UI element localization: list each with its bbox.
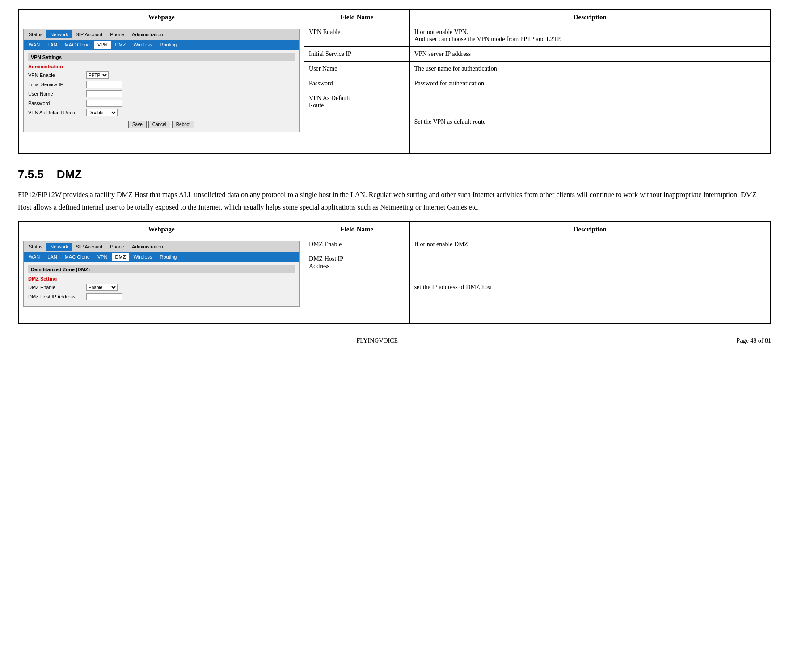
vpn-default-route-select[interactable]: Disable (86, 109, 118, 116)
vpn-initial-ip-input[interactable] (86, 81, 122, 88)
nav-phone[interactable]: Phone (106, 30, 128, 38)
footer: FLYINGVOICE Page 48 of 81 (18, 337, 771, 344)
table-row: Status Network SIP Account Phone Adminis… (18, 237, 771, 252)
dmz-submenu-routing[interactable]: Routing (156, 253, 181, 261)
mini-browser-vpn: Status Network SIP Account Phone Adminis… (23, 29, 300, 132)
vpn-default-route-description: Set the VPN as default route (409, 91, 771, 154)
dmz-table-header-description: Description (409, 222, 771, 237)
submenu-wan[interactable]: WAN (25, 41, 43, 49)
dmz-enable-description: If or not enable DMZ (409, 237, 771, 252)
dmz-host-ip-label: DMZ Host IP Address (28, 294, 86, 299)
vpn-initial-ip-fieldname: Initial Service IP (304, 47, 410, 62)
dmz-table-header-webpage: Webpage (18, 222, 304, 237)
vpn-webpage-cell: Status Network SIP Account Phone Adminis… (18, 25, 304, 154)
nav-administration[interactable]: Administration (128, 30, 167, 38)
vpn-form-buttons: Save Cancel Reboot (28, 121, 295, 128)
dmz-table-header-fieldname: Field Name (304, 222, 410, 237)
dmz-submenu-mac-clone[interactable]: MAC Clone (61, 253, 93, 261)
mini-submenu-dmz: WAN LAN MAC Clone VPN DMZ Wireless Routi… (24, 252, 299, 262)
vpn-form-row-user: User Name (28, 90, 295, 97)
dmz-nav-sip-account[interactable]: SIP Account (72, 243, 106, 251)
vpn-save-button[interactable]: Save (128, 121, 147, 128)
dmz-form-row-host-ip: DMZ Host IP Address (28, 293, 295, 300)
vpn-form-row-pass: Password (28, 100, 295, 107)
vpn-default-route-label: VPN As Default Route (28, 110, 86, 115)
dmz-submenu-vpn[interactable]: VPN (94, 253, 111, 261)
vpn-table-header-fieldname: Field Name (304, 9, 410, 25)
dmz-host-ip-description: set the IP address of DMZ host (409, 252, 771, 323)
vpn-username-label: User Name (28, 91, 86, 97)
dmz-nav-network[interactable]: Network (46, 243, 72, 251)
dmz-table: Webpage Field Name Description Status Ne… (18, 221, 771, 324)
submenu-routing[interactable]: Routing (156, 41, 181, 49)
mini-nav-vpn: Status Network SIP Account Phone Adminis… (24, 29, 299, 40)
vpn-form-row-ip: Initial Service IP (28, 81, 295, 88)
dmz-webpage-cell: Status Network SIP Account Phone Adminis… (18, 237, 304, 323)
vpn-table: Webpage Field Name Description Status Ne… (18, 9, 771, 154)
dmz-nav-status[interactable]: Status (25, 243, 46, 251)
vpn-table-header-description: Description (409, 9, 771, 25)
vpn-enable-select[interactable]: PPTP (86, 71, 109, 79)
dmz-host-ip-input[interactable] (86, 293, 122, 300)
dmz-section-label: DMZ Setting (28, 276, 295, 281)
nav-network[interactable]: Network (46, 30, 72, 38)
dmz-submenu-wireless[interactable]: Wireless (130, 253, 156, 261)
dmz-enable-label: DMZ Enable (28, 285, 86, 290)
vpn-password-label: Password (28, 101, 86, 106)
submenu-mac-clone[interactable]: MAC Clone (61, 41, 93, 49)
submenu-wireless[interactable]: Wireless (130, 41, 156, 49)
section-title: DMZ (57, 168, 82, 181)
footer-center: FLYINGVOICE (18, 337, 737, 344)
dmz-submenu-dmz[interactable]: DMZ (112, 253, 130, 261)
vpn-enable-label: VPN Enable (28, 72, 86, 78)
dmz-submenu-lan[interactable]: LAN (44, 253, 60, 261)
vpn-password-fieldname: Password (304, 76, 410, 91)
vpn-initial-ip-label: Initial Service IP (28, 82, 86, 87)
mini-content-dmz: Demilitarized Zone (DMZ) DMZ Setting DMZ… (24, 262, 299, 306)
mini-browser-dmz: Status Network SIP Account Phone Adminis… (23, 241, 300, 307)
section-paragraph-1: FIP12/FIP12W provides a facility DMZ Hos… (18, 189, 771, 214)
submenu-dmz[interactable]: DMZ (112, 41, 130, 49)
vpn-section-label: Administration (28, 64, 295, 69)
dmz-form-row-enable: DMZ Enable Enable (28, 284, 295, 291)
vpn-reboot-button[interactable]: Reboot (172, 121, 194, 128)
submenu-vpn[interactable]: VPN (94, 41, 111, 49)
dmz-enable-select[interactable]: Enable (86, 284, 118, 291)
table-row: Status Network SIP Account Phone Adminis… (18, 25, 771, 47)
dmz-page-title: Demilitarized Zone (DMZ) (28, 265, 295, 273)
vpn-default-route-fieldname: VPN As Default Route (304, 91, 410, 154)
vpn-page-title: VPN Settings (28, 53, 295, 61)
section-number: 7.5.5 (18, 168, 44, 181)
dmz-nav-administration[interactable]: Administration (128, 243, 167, 251)
nav-status[interactable]: Status (25, 30, 46, 38)
vpn-password-input[interactable] (86, 100, 122, 107)
vpn-username-input[interactable] (86, 90, 122, 97)
submenu-lan[interactable]: LAN (44, 41, 60, 49)
mini-submenu-vpn: WAN LAN MAC Clone VPN DMZ Wireless Routi… (24, 40, 299, 50)
vpn-enable-description: If or not enable VPN. And user can choos… (409, 25, 771, 47)
vpn-table-header-webpage: Webpage (18, 9, 304, 25)
vpn-cancel-button[interactable]: Cancel (148, 121, 170, 128)
footer-right: Page 48 of 81 (737, 337, 771, 344)
vpn-form-row-enable: VPN Enable PPTP (28, 71, 295, 79)
dmz-nav-phone[interactable]: Phone (106, 243, 128, 251)
dmz-enable-fieldname: DMZ Enable (304, 237, 410, 252)
vpn-username-description: The user name for authentication (409, 62, 771, 76)
vpn-password-description: Password for authentication (409, 76, 771, 91)
nav-sip-account[interactable]: SIP Account (72, 30, 106, 38)
vpn-username-fieldname: User Name (304, 62, 410, 76)
vpn-enable-fieldname: VPN Enable (304, 25, 410, 47)
mini-nav-dmz: Status Network SIP Account Phone Adminis… (24, 241, 299, 252)
mini-content-vpn: VPN Settings Administration VPN Enable P… (24, 50, 299, 132)
dmz-host-ip-fieldname: DMZ Host IP Address (304, 252, 410, 323)
section-heading: 7.5.5 DMZ (18, 168, 771, 181)
vpn-initial-ip-description: VPN server IP address (409, 47, 771, 62)
dmz-submenu-wan[interactable]: WAN (25, 253, 43, 261)
vpn-form-row-default-route: VPN As Default Route Disable (28, 109, 295, 116)
